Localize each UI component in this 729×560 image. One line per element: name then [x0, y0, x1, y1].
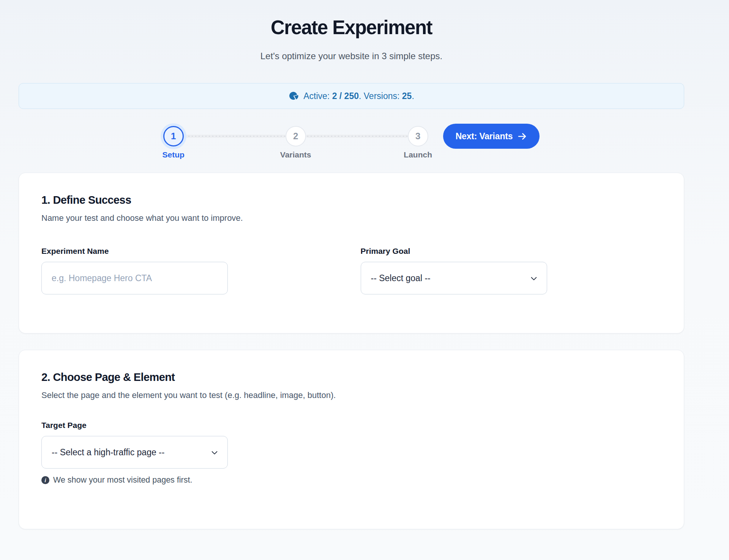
next-variants-button-label: Next: Variants: [456, 131, 513, 142]
target-page-field-group: Target Page -- Select a high-traffic pag…: [41, 421, 228, 485]
primary-goal-label: Primary Goal: [361, 247, 662, 256]
target-page-hint-text: We show your most visited pages first.: [53, 475, 192, 485]
usage-banner-text: Active: 2 / 250. Versions: 25.: [303, 91, 414, 101]
info-icon: i: [41, 476, 49, 484]
create-experiment-page: Create Experiment Let's optimize your we…: [19, 0, 684, 529]
experiment-name-label: Experiment Name: [41, 247, 342, 256]
step-setup-circle: 1: [163, 126, 184, 146]
step-setup: 1 Setup: [163, 126, 184, 146]
target-page-select[interactable]: -- Select a high-traffic page --: [41, 436, 228, 469]
arrow-right-icon: [518, 132, 527, 141]
step-launch: 3 Launch: [408, 126, 428, 146]
step-connector: [184, 135, 286, 138]
target-page-label: Target Page: [41, 421, 228, 430]
next-variants-button[interactable]: Next: Variants: [443, 124, 540, 149]
define-success-description: Name your test and choose what you want …: [41, 212, 661, 224]
step-variants-circle: 2: [286, 126, 306, 146]
choose-page-title: 2. Choose Page & Element: [41, 370, 661, 384]
primary-goal-select[interactable]: -- Select goal --: [361, 262, 547, 294]
primary-goal-select-wrap: -- Select goal --: [361, 262, 547, 294]
usage-banner: Active: 2 / 250. Versions: 25.: [19, 83, 684, 109]
pie-chart-icon: [289, 91, 299, 101]
define-success-title: 1. Define Success: [41, 193, 661, 207]
step-variants: 2 Variants: [286, 126, 306, 146]
primary-goal-field-group: Primary Goal -- Select goal --: [361, 247, 662, 294]
stepper: 1 Setup 2 Variants 3 Launch Next: Varian…: [19, 126, 684, 149]
choose-page-description: Select the page and the element you want…: [41, 390, 661, 401]
define-success-fields: Experiment Name Primary Goal -- Select g…: [41, 247, 661, 294]
page-title: Create Experiment: [19, 16, 684, 39]
target-page-select-wrap: -- Select a high-traffic page --: [41, 436, 228, 469]
step-connector: [306, 135, 408, 138]
step-launch-label: Launch: [404, 150, 432, 159]
define-success-card: 1. Define Success Name your test and cho…: [19, 173, 684, 333]
step-launch-circle: 3: [408, 126, 428, 146]
step-setup-label: Setup: [163, 150, 185, 159]
experiment-name-input[interactable]: [41, 262, 228, 294]
step-variants-label: Variants: [280, 150, 311, 159]
page-subtitle: Let's optimize your website in 3 simple …: [19, 50, 684, 63]
target-page-hint: i We show your most visited pages first.: [41, 475, 228, 485]
experiment-name-field-group: Experiment Name: [41, 247, 342, 294]
choose-page-card: 2. Choose Page & Element Select the page…: [19, 350, 684, 529]
